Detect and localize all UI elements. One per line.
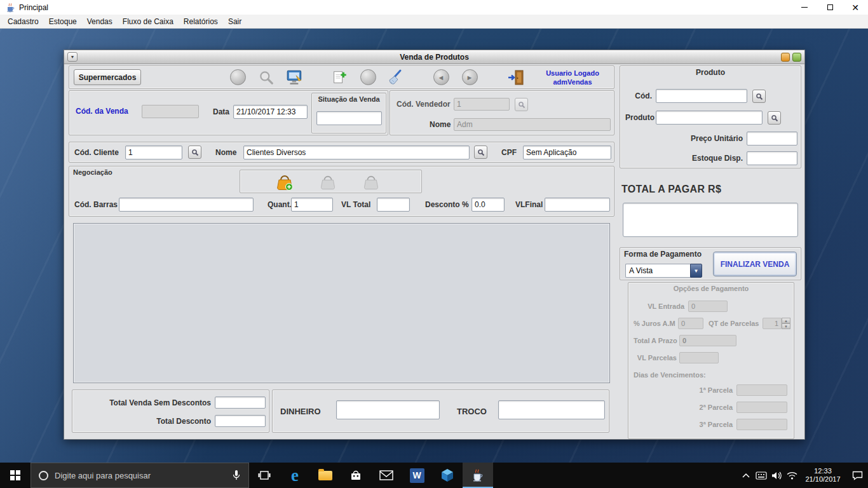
tray-network-button[interactable] xyxy=(784,463,799,488)
frame-menu-button[interactable]: ▼ xyxy=(67,52,78,62)
forma-pagamento-combo[interactable]: A Vista ▼ xyxy=(625,264,702,278)
toolbar-forward-button[interactable]: ► xyxy=(458,67,481,87)
frame-title: Venda de Produtos xyxy=(64,53,804,62)
frame-minimize-button[interactable] xyxy=(781,53,790,62)
chevron-down-icon[interactable]: ▼ xyxy=(690,264,702,278)
taskbar-search-box[interactable]: Digite aqui para pesquisar xyxy=(31,463,249,488)
situacao-field[interactable] xyxy=(316,111,382,125)
spinner-up-icon: ▲ xyxy=(782,318,790,323)
vl-final-field[interactable] xyxy=(545,198,610,212)
total-sem-desconto-field[interactable] xyxy=(215,396,266,409)
cod-cliente-label: Cód. Cliente xyxy=(74,148,119,157)
taskbar-app-java-active[interactable] xyxy=(463,463,493,488)
juros-label: % Juros A.M xyxy=(634,320,674,327)
cpf-field[interactable] xyxy=(523,146,611,159)
notification-center-button[interactable] xyxy=(846,463,868,488)
taskbar-app-word[interactable]: W xyxy=(402,463,432,488)
toolbar-new-button[interactable] xyxy=(328,67,351,87)
vendedor-panel: Cód. Vendedor Nome xyxy=(390,90,614,135)
menu-cadastro[interactable]: Cadastro xyxy=(3,15,44,28)
search-icon xyxy=(771,114,778,122)
maximize-icon xyxy=(827,4,833,10)
toolbar-edit-button[interactable] xyxy=(283,67,306,87)
tray-expand-button[interactable] xyxy=(738,463,754,488)
taskbar-app-mail[interactable] xyxy=(371,463,402,488)
edit-product-button xyxy=(316,172,339,192)
taskbar-app-edge[interactable]: e xyxy=(280,463,310,488)
desconto-field[interactable] xyxy=(471,198,505,212)
tray-volume-button[interactable] xyxy=(769,463,784,488)
menu-sair[interactable]: Sair xyxy=(223,15,247,28)
total-a-pagar-field xyxy=(623,203,798,237)
troco-label: TROCO xyxy=(457,407,487,416)
preco-unitario-field[interactable] xyxy=(747,132,797,146)
search-icon xyxy=(191,149,199,156)
minimize-button[interactable] xyxy=(792,0,817,15)
windows-logo-icon xyxy=(10,470,20,480)
start-button[interactable] xyxy=(0,463,31,488)
close-button[interactable]: ✕ xyxy=(843,0,868,15)
bag-icon xyxy=(320,174,336,191)
edge-icon: e xyxy=(291,466,299,485)
desconto-label: Desconto % xyxy=(425,200,469,209)
produto-search-button[interactable] xyxy=(768,111,781,125)
taskbar-app-store[interactable] xyxy=(341,463,371,488)
cliente-nome-search-button[interactable] xyxy=(474,146,487,159)
toolbar-search-button[interactable] xyxy=(255,67,278,87)
finalizar-venda-button[interactable]: FINALIZAR VENDA xyxy=(713,252,797,276)
cod-barras-field[interactable] xyxy=(119,198,254,212)
troco-field[interactable] xyxy=(498,400,605,419)
toolbar-clean-button[interactable] xyxy=(386,67,409,87)
taskbar-app-explorer[interactable] xyxy=(310,463,341,488)
system-tray: 12:33 21/10/2017 xyxy=(738,463,868,488)
vl-total-field[interactable] xyxy=(377,198,410,212)
taskbar-app-cube[interactable] xyxy=(432,463,463,488)
supermercados-button[interactable]: Supermercados xyxy=(74,69,141,85)
totais-panel: Total Venda Sem Descontos Total Desconto xyxy=(72,390,269,433)
items-table[interactable] xyxy=(73,223,610,383)
dinheiro-field[interactable] xyxy=(336,400,440,419)
search-placeholder: Digite aqui para pesquisar xyxy=(55,471,151,480)
negociacao-title: Negociação xyxy=(73,168,112,176)
total-desconto-field[interactable] xyxy=(215,415,266,427)
frame-titlebar[interactable]: ▼ Venda de Produtos xyxy=(64,50,804,64)
menu-vendas[interactable]: Vendas xyxy=(82,15,118,28)
frame-maximize-button[interactable] xyxy=(792,53,801,62)
toolbar-cancel-button[interactable] xyxy=(356,67,379,87)
microphone-icon[interactable] xyxy=(232,470,241,481)
java-coffee-icon xyxy=(471,468,485,482)
produto-cod-field[interactable] xyxy=(656,89,747,103)
toolbar-exit-button[interactable] xyxy=(505,67,527,87)
situacao-title: Situação da Venda xyxy=(312,95,386,103)
menu-fluxo-de-caixa[interactable]: Fluxo de Caixa xyxy=(118,15,179,28)
estoque-disp-field[interactable] xyxy=(747,151,797,165)
add-product-button[interactable] xyxy=(273,172,296,192)
cliente-search-button[interactable] xyxy=(188,146,201,159)
taskbar: Digite aqui para pesquisar e xyxy=(0,463,868,488)
total-a-pagar-label: TOTAL A PAGAR R$ xyxy=(621,184,721,195)
task-view-button[interactable] xyxy=(249,463,280,488)
toolbar-back-button[interactable]: ◄ xyxy=(430,67,452,87)
cod-cliente-field[interactable] xyxy=(125,146,182,159)
search-icon xyxy=(518,101,526,109)
produto-nome-field[interactable] xyxy=(656,111,763,125)
cod-venda-label: Cód. da Venda xyxy=(76,107,128,116)
opcoes-pagamento-panel: Opções de Pagamento VL Entrada % Juros A… xyxy=(628,282,794,439)
forward-arrow-icon: ► xyxy=(462,69,478,85)
data-field[interactable] xyxy=(233,105,308,119)
menu-relatorios[interactable]: Relatórios xyxy=(179,15,223,28)
dias-vencimentos-label: Dias de Vencimentos: xyxy=(634,371,706,379)
toolbar-save-button[interactable] xyxy=(226,67,249,87)
negociacao-panel: Negociação xyxy=(69,166,614,217)
tray-clock[interactable]: 12:33 21/10/2017 xyxy=(799,467,846,484)
cortana-icon xyxy=(39,471,48,480)
situacao-group: Situação da Venda xyxy=(311,93,386,133)
menu-estoque[interactable]: Estoque xyxy=(44,15,82,28)
cliente-nome-field[interactable] xyxy=(243,146,470,159)
spinner-down-icon: ▼ xyxy=(782,323,790,329)
maximize-button[interactable] xyxy=(817,0,843,15)
cliente-nome-label: Nome xyxy=(215,148,236,157)
produto-cod-search-button[interactable] xyxy=(752,90,766,103)
tray-keyboard-button[interactable] xyxy=(754,463,769,488)
quant-field[interactable] xyxy=(291,198,333,212)
